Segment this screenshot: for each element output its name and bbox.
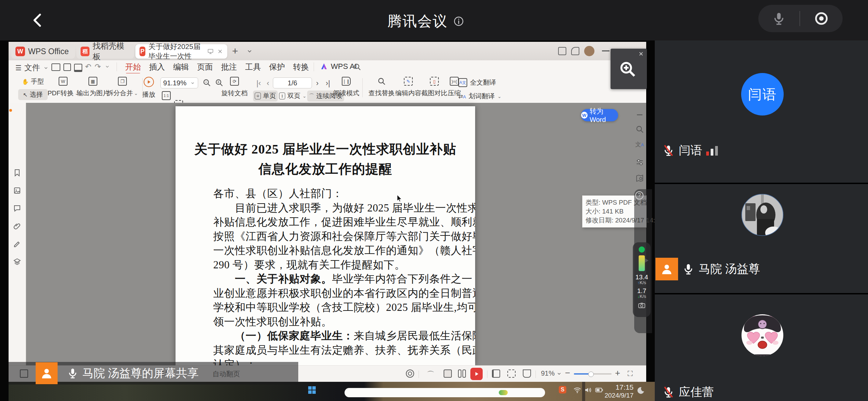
monitor-icon (207, 48, 214, 55)
new-tab-button[interactable]: + (232, 46, 238, 56)
fit-page-icon[interactable] (507, 369, 516, 378)
tab-docer[interactable]: 稻 找稻壳模板 (76, 44, 134, 59)
single-page-button[interactable]: ⊟ 单页 (253, 90, 278, 101)
close-tab-icon[interactable] (217, 48, 223, 54)
tab-wps-office[interactable]: W WPS Office (11, 44, 75, 59)
menu-tab-0[interactable]: 开始 (125, 62, 141, 72)
pdf-page[interactable]: 关于做好 2025 届毕业生一次性求职创业补贴 信息化发放工作的提醒 各市、县（… (176, 106, 475, 365)
bookmark-view-icon[interactable] (523, 369, 531, 378)
actual-size-icon[interactable]: 1:1 (162, 91, 171, 100)
camera-icon[interactable] (638, 301, 646, 309)
fit-width-icon[interactable] (492, 369, 500, 378)
menu-tab-3[interactable]: 页面 (197, 62, 213, 72)
speaker-icon[interactable] (584, 386, 592, 394)
word-translate-button[interactable]: ⇄A 划词翻译⌄ (458, 92, 502, 101)
participant-tile[interactable]: 马院 汤益尊 (655, 184, 868, 293)
hand-tool-button[interactable]: ✋手型 (19, 76, 47, 87)
next-page-icon[interactable]: › (316, 79, 318, 88)
zoom-plus[interactable]: + (615, 368, 620, 378)
settings-sliders-icon[interactable] (635, 158, 644, 167)
history-chevron[interactable] (104, 63, 110, 70)
participant-name: 闫语 (679, 143, 702, 158)
zoom-slider-knob[interactable] (588, 372, 594, 377)
divider (314, 62, 314, 71)
double-page-button[interactable]: ∥ 双页⌄ (279, 90, 306, 101)
bookmark-icon[interactable] (13, 169, 21, 177)
first-page-icon[interactable]: |‹ (256, 79, 261, 88)
menu-tab-6[interactable]: 保护 (269, 62, 285, 72)
print-icon[interactable] (74, 64, 82, 72)
notification-moon-icon[interactable] (636, 386, 645, 395)
read-mode-button[interactable]: ❘❙ 阅读模式 (330, 77, 362, 98)
fullscreen-icon[interactable]: ⛶ (628, 369, 633, 378)
tray-sogou-icon[interactable]: S (559, 386, 566, 393)
zoom-value-box[interactable]: 91.19% (160, 77, 198, 88)
participant-name: 应佳蕾 (679, 384, 714, 400)
menu-tab-1[interactable]: 插入 (149, 62, 165, 72)
file-menu[interactable]: ☰ 文件 (15, 62, 49, 73)
undo-icon[interactable]: ↶ (85, 62, 91, 71)
translate-tool-icon[interactable]: 文A (635, 141, 644, 149)
map-read-icon[interactable] (635, 174, 644, 183)
convert-to-word-button[interactable]: W 转为Word (581, 109, 618, 121)
presenter-badge (36, 362, 58, 384)
menu-tab-7[interactable]: 转换 (293, 62, 309, 72)
select-tool-button[interactable]: ↖选择 (18, 89, 48, 100)
thumbnail-icon[interactable] (13, 186, 21, 195)
redo-icon[interactable]: ↷ (95, 62, 101, 71)
signature-icon[interactable] (13, 240, 21, 248)
battery-icon[interactable] (595, 386, 603, 394)
eye-protect-icon[interactable] (406, 369, 414, 378)
menu-search-icon[interactable] (353, 63, 361, 71)
minimize-button[interactable] (602, 50, 610, 51)
collapse-icon[interactable] (635, 110, 644, 119)
back-button[interactable] (30, 12, 46, 28)
mic-button[interactable] (772, 11, 786, 26)
layout-icon[interactable] (558, 47, 566, 55)
layers-icon[interactable] (13, 258, 21, 266)
open-icon[interactable] (51, 63, 60, 71)
double-page-mode-icon[interactable] (458, 369, 466, 378)
network-widget[interactable]: 13.4 ↑K/s 1.7 ↓K/s (633, 242, 651, 317)
page-number-box[interactable]: 1/6 (273, 77, 312, 88)
close-icon[interactable] (638, 51, 644, 57)
zoom-minus[interactable]: − (565, 368, 570, 378)
wps-ai-button[interactable]: WPS AI (320, 62, 357, 71)
continuous-mode-icon[interactable]: ⌒ (427, 369, 434, 380)
status-zoom-value[interactable]: 91% (541, 369, 555, 377)
taskbar-clock[interactable]: 17:15 2024/9/17 (604, 383, 634, 400)
help-icon[interactable]: ? (635, 191, 644, 200)
zoom-slider[interactable] (574, 373, 612, 375)
taskbar-search-pill[interactable] (345, 388, 545, 397)
save-icon[interactable] (63, 63, 71, 71)
magnifier-overlay[interactable] (611, 49, 647, 89)
full-translate-button[interactable]: A文 全文翻译 (458, 78, 496, 87)
zoom-out-icon[interactable]: − (202, 78, 211, 87)
participant-tile[interactable]: 闫语闫语 (655, 40, 868, 183)
tab-document[interactable]: P 关于做好2025届毕业生一次性 (135, 44, 227, 59)
play-button[interactable]: 播放 (139, 77, 159, 99)
wifi-icon[interactable] (573, 386, 581, 394)
menu-tab-5[interactable]: 工具 (245, 62, 261, 72)
zoom-chevron[interactable] (556, 370, 562, 377)
info-icon[interactable] (453, 16, 464, 27)
menu-tab-2[interactable]: 编辑 (173, 62, 189, 72)
rotate-doc-button[interactable]: ⟳ 旋转文档 (219, 77, 250, 98)
last-page-icon[interactable]: ›| (326, 79, 330, 88)
prev-page-icon[interactable]: ‹ (267, 79, 269, 88)
single-page-mode-icon[interactable] (444, 369, 452, 378)
menu-tab-4[interactable]: 批注 (221, 62, 237, 72)
play-slideshow-button[interactable] (470, 368, 483, 380)
record-button[interactable] (813, 11, 829, 26)
windows-start-icon[interactable] (308, 386, 316, 394)
split-merge-button[interactable]: ❐ 拆分合并⌄ (105, 77, 140, 98)
search-tool-icon[interactable] (635, 125, 644, 134)
wps-ai-icon (320, 62, 328, 71)
account-avatar[interactable] (584, 46, 594, 56)
attachment-icon[interactable] (13, 222, 21, 230)
tab-list-chevron[interactable] (246, 47, 253, 55)
zoom-value: 91.19% (163, 79, 186, 87)
participant-tile[interactable]: 应佳蕾 (655, 294, 868, 401)
comment-icon[interactable] (13, 204, 21, 212)
skin-icon[interactable] (571, 47, 579, 55)
